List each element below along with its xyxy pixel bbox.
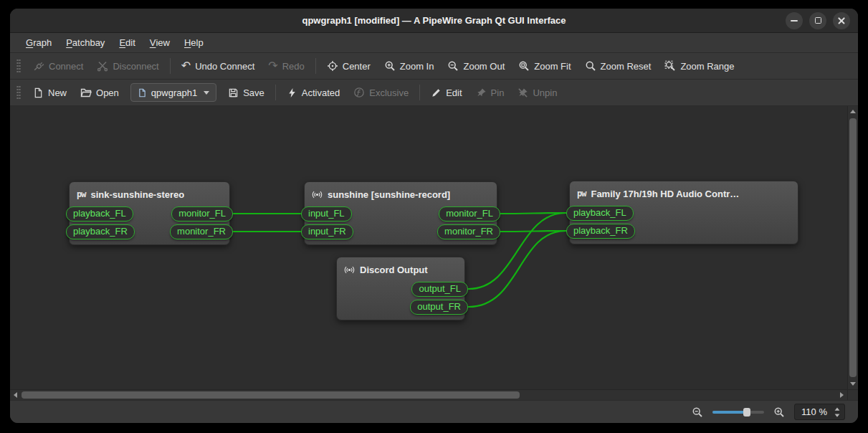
redo-button[interactable]: ↷ Redo <box>262 56 310 76</box>
arrow-left-icon <box>14 392 17 398</box>
app-window: qpwgraph1 [modified] — A PipeWire Graph … <box>10 9 858 423</box>
port-sunshine-input-fl[interactable]: input_FL <box>301 206 352 222</box>
toolbar-separator <box>419 85 420 100</box>
node-sunshine-record[interactable]: sunshine [sunshine-record] input_FL inpu… <box>304 181 497 245</box>
zoom-slider-fill <box>712 411 747 414</box>
scroll-left-button[interactable] <box>10 390 21 400</box>
open-patchbay-button[interactable]: Open <box>74 82 125 103</box>
node-title: sunshine [sunshine-record] <box>328 189 450 200</box>
menu-patchbay[interactable]: Patchbay <box>59 33 112 52</box>
port-family-playback-fl[interactable]: playback_FL <box>566 206 634 221</box>
toolbar-separator <box>275 85 276 100</box>
minimize-button[interactable] <box>786 12 803 29</box>
zoom-out-small-icon[interactable] <box>692 406 703 418</box>
zoom-slider[interactable] <box>712 406 764 418</box>
port-sink-monitor-fl[interactable]: monitor_FL <box>171 206 233 222</box>
port-sink-monitor-fr[interactable]: monitor_FR <box>170 224 233 239</box>
save-patchbay-button[interactable]: Save <box>221 82 271 103</box>
port-discord-output-fr[interactable]: output_FR <box>410 300 468 315</box>
port-sunshine-monitor-fl[interactable]: monitor_FL <box>439 206 500 222</box>
undo-connect-button[interactable]: ↶ Undo Connect <box>175 56 262 76</box>
arrow-up-icon <box>850 110 856 113</box>
zoom-out-button[interactable]: Zoom Out <box>441 56 511 76</box>
statusbar: 110 % <box>10 400 858 423</box>
new-file-icon <box>33 87 44 98</box>
scrollbar-corner <box>847 389 858 400</box>
close-button[interactable] <box>833 12 850 29</box>
port-sunshine-monitor-fr[interactable]: monitor_FR <box>437 224 500 239</box>
node-header: pw Family 17h/19h HD Audio Contr… <box>570 181 798 204</box>
menu-edit[interactable]: Edit <box>112 33 142 52</box>
zoom-reset-button[interactable]: Zoom Reset <box>578 56 658 76</box>
menubar: Graph Patchbay Edit View Help <box>10 33 858 53</box>
link-sunshine-monitorFL-family-playbackFL[interactable] <box>501 213 566 214</box>
node-sink-sunshine-stereo[interactable]: pw sink-sunshine-stereo playback_FL play… <box>69 181 230 245</box>
zoom-spinbox[interactable]: 110 % <box>794 404 845 420</box>
lightning-icon <box>287 87 297 98</box>
patchbay-selector-value: qpwgraph1 <box>151 87 197 98</box>
connect-button[interactable]: Connect <box>27 56 90 76</box>
node-header: Discord Output <box>337 257 464 280</box>
open-folder-icon <box>80 87 92 98</box>
port-sunshine-input-fr[interactable]: input_FR <box>301 224 353 239</box>
spin-down-button[interactable] <box>835 414 840 417</box>
unpin-button[interactable]: Unpin <box>511 82 563 103</box>
minimize-icon <box>791 20 798 22</box>
titlebar[interactable]: qpwgraph1 [modified] — A PipeWire Graph … <box>10 9 858 33</box>
vertical-scrollbar-thumb[interactable] <box>849 118 857 377</box>
spin-up-button[interactable] <box>835 407 840 410</box>
node-header: pw sink-sunshine-stereo <box>70 182 229 205</box>
zoom-reset-icon <box>585 60 596 72</box>
exclusive-icon <box>353 87 365 98</box>
port-sink-playback-fl[interactable]: playback_FL <box>66 206 133 222</box>
stream-monitor-icon <box>344 265 355 275</box>
zoom-value[interactable]: 110 % <box>801 406 827 417</box>
menu-help[interactable]: Help <box>177 33 211 52</box>
toolbar-drag-handle[interactable] <box>16 85 21 100</box>
maximize-icon <box>815 17 821 24</box>
toolbar-separator <box>170 58 171 74</box>
horizontal-scrollbar[interactable] <box>10 389 847 400</box>
link-sunshine-monitorFR-family-playbackFR[interactable] <box>501 231 566 232</box>
arrow-down-icon <box>850 382 856 386</box>
activated-toggle[interactable]: Activated <box>280 82 346 103</box>
node-title: sink-sunshine-stereo <box>90 189 184 200</box>
graph-toolbar: Connect Disconnect ↶ Undo Connect ↷ Redo… <box>10 53 858 80</box>
pipewire-icon: pw <box>577 189 586 199</box>
zoom-slider-handle[interactable] <box>743 408 750 417</box>
toolbar-drag-handle[interactable] <box>16 59 21 73</box>
zoom-in-button[interactable]: Zoom In <box>378 56 441 76</box>
patchbay-file-icon <box>138 88 147 97</box>
save-icon <box>228 87 239 98</box>
node-discord-output[interactable]: Discord Output output_FL output_FR <box>336 257 465 320</box>
scroll-right-button[interactable] <box>836 390 847 400</box>
node-family-hd-audio[interactable]: pw Family 17h/19h HD Audio Contr… playba… <box>569 181 798 244</box>
edit-patchbay-button[interactable]: Edit <box>424 82 468 103</box>
scroll-down-button[interactable] <box>848 379 858 389</box>
new-patchbay-button[interactable]: New <box>27 82 73 103</box>
zoom-spin-arrows <box>832 407 842 417</box>
zoom-range-button[interactable]: Zoom Range <box>658 56 740 76</box>
port-family-playback-fr[interactable]: playback_FR <box>566 224 635 239</box>
maximize-button[interactable] <box>809 12 826 29</box>
menu-graph[interactable]: Graph <box>19 33 59 52</box>
vertical-scrollbar[interactable] <box>847 106 858 389</box>
patchbay-selector[interactable]: qpwgraph1 <box>130 83 216 102</box>
scroll-up-button[interactable] <box>848 106 858 117</box>
center-button[interactable]: Center <box>320 56 377 76</box>
graph-canvas[interactable]: pw sink-sunshine-stereo playback_FL play… <box>10 106 847 389</box>
port-sink-playback-fr[interactable]: playback_FR <box>66 224 135 239</box>
horizontal-scrollbar-thumb[interactable] <box>22 391 520 399</box>
node-title: Discord Output <box>360 265 428 275</box>
zoom-in-small-icon[interactable] <box>773 406 785 418</box>
exclusive-toggle[interactable]: Exclusive <box>347 82 415 103</box>
disconnect-button[interactable]: Disconnect <box>90 56 165 76</box>
pin-button[interactable]: Pin <box>469 82 511 103</box>
menu-view[interactable]: View <box>143 33 177 52</box>
center-icon <box>327 60 338 72</box>
window-title: qpwgraph1 [modified] — A PipeWire Graph … <box>302 15 566 26</box>
zoom-fit-button[interactable]: Zoom Fit <box>512 56 577 76</box>
port-discord-output-fl[interactable]: output_FL <box>411 282 468 297</box>
main-content: pw sink-sunshine-stereo playback_FL play… <box>10 106 858 400</box>
undo-icon: ↶ <box>181 60 191 72</box>
